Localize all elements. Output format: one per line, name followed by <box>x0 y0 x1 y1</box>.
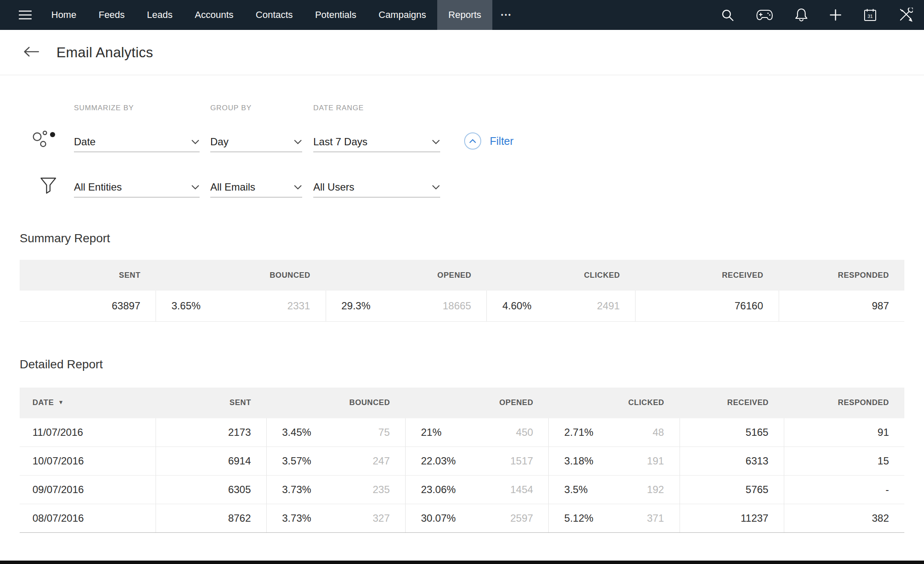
nav-item-accounts[interactable]: Accounts <box>184 0 245 30</box>
percent-value: 3.73% <box>282 484 311 496</box>
hamburger-menu-icon[interactable] <box>0 0 40 30</box>
dropdown-value: Last 7 Days <box>313 136 368 148</box>
bounced-cell: 3.45%75 <box>267 418 406 447</box>
emails-dropdown[interactable]: All Emails <box>210 177 302 197</box>
percent-value: 23.06% <box>421 484 456 496</box>
count-value: 2597 <box>510 512 533 524</box>
date-cell: 08/07/2016 <box>20 504 156 533</box>
plus-icon[interactable] <box>829 9 842 21</box>
nav-item-campaigns[interactable]: Campaigns <box>368 0 437 30</box>
sort-descending-icon: ▼ <box>58 399 64 405</box>
svg-text:31: 31 <box>868 14 873 19</box>
percent-value: 29.3% <box>341 300 371 312</box>
percent-value: 3.18% <box>564 455 593 467</box>
nav-item-feeds[interactable]: Feeds <box>88 0 136 30</box>
dropdown-value: All Entities <box>74 181 122 193</box>
percent-value: 22.03% <box>421 455 456 467</box>
group-by-dropdown[interactable]: Day <box>210 132 302 152</box>
clicked-value: 4.60% 2491 <box>487 291 636 321</box>
received-cell: 6313 <box>680 447 784 476</box>
received-cell: 5165 <box>680 418 784 447</box>
count-value: 1517 <box>510 455 533 467</box>
bubble-chart-icon <box>32 128 59 150</box>
detailed-report-title: Detailed Report <box>20 358 924 371</box>
count-value: 1454 <box>510 484 533 496</box>
column-header-bounced: BOUNCED <box>156 260 326 291</box>
tools-icon[interactable] <box>898 8 913 22</box>
nav-item-leads[interactable]: Leads <box>136 0 184 30</box>
nav-item-potentials[interactable]: Potentials <box>304 0 368 30</box>
count-value: 450 <box>516 426 533 438</box>
count-value: 48 <box>653 426 664 438</box>
bounced-cell: 3.73%235 <box>267 476 406 504</box>
nav-item-reports[interactable]: Reports <box>437 0 492 30</box>
count-value: 2491 <box>597 300 620 312</box>
filters-panel: SUMMARIZE BY GROUP BY DATE RANGE Date Da… <box>0 75 924 220</box>
summary-row: 63897 3.65% 2331 29.3% 18665 4.60% <box>20 291 904 321</box>
sent-cell: 8762 <box>156 504 267 533</box>
date-range-dropdown[interactable]: Last 7 Days <box>313 132 440 152</box>
detailed-table-body: 11/07/201621733.45%7521%4502.71%48516591… <box>20 418 904 533</box>
table-row: 08/07/201687623.73%32730.07%25975.12%371… <box>20 504 904 533</box>
search-icon[interactable] <box>721 8 734 22</box>
chevron-down-icon <box>191 185 200 190</box>
responded-cell: 91 <box>784 418 904 447</box>
bounced-cell: 3.73%327 <box>267 504 406 533</box>
table-row: 11/07/201621733.45%7521%4502.71%48516591 <box>20 418 904 447</box>
back-arrow-button[interactable] <box>22 46 40 59</box>
percent-value: 2.71% <box>564 426 593 438</box>
filter-link[interactable]: Filter <box>490 135 514 147</box>
received-value: 76160 <box>636 291 779 321</box>
responded-value: 987 <box>779 291 904 321</box>
column-header-responded[interactable]: RESPONDED <box>784 388 904 418</box>
dropdown-value: Day <box>210 136 229 148</box>
gamepad-icon[interactable] <box>756 9 774 21</box>
bell-icon[interactable] <box>795 8 808 22</box>
column-header-date[interactable]: DATE▼ <box>20 388 156 418</box>
date-cell: 11/07/2016 <box>20 418 156 447</box>
detailed-table: DATE▼ SENT BOUNCED OPENED CLICKED RECEIV… <box>20 388 904 533</box>
bounced-value: 3.65% 2331 <box>156 291 326 321</box>
opened-cell: 22.03%1517 <box>406 447 549 476</box>
responded-cell: 382 <box>784 504 904 533</box>
dropdown-value: All Emails <box>210 181 255 193</box>
column-header-opened[interactable]: OPENED <box>406 388 549 418</box>
count-value: 192 <box>647 484 664 496</box>
opened-cell: 21%450 <box>406 418 549 447</box>
page-title: Email Analytics <box>56 44 153 61</box>
count-value: 2331 <box>287 300 310 312</box>
chevron-down-icon <box>294 139 302 144</box>
column-header-received[interactable]: RECEIVED <box>680 388 784 418</box>
nav-more-button[interactable]: ••• <box>492 0 521 30</box>
sent-cell: 6914 <box>156 447 267 476</box>
responded-cell: - <box>784 476 904 504</box>
summarize-by-dropdown[interactable]: Date <box>74 132 200 152</box>
nav-item-home[interactable]: Home <box>40 0 88 30</box>
entities-dropdown[interactable]: All Entities <box>74 177 200 197</box>
column-header-opened: OPENED <box>326 260 487 291</box>
users-dropdown[interactable]: All Users <box>313 177 440 197</box>
calendar-icon[interactable]: 31 <box>863 8 877 22</box>
column-header-clicked[interactable]: CLICKED <box>549 388 680 418</box>
chevron-down-icon <box>432 139 440 144</box>
sent-cell: 6305 <box>156 476 267 504</box>
column-header-bounced[interactable]: BOUNCED <box>267 388 406 418</box>
group-by-label: GROUP BY <box>210 104 252 112</box>
window-bottom-edge <box>0 561 924 564</box>
responded-cell: 15 <box>784 447 904 476</box>
count-value: 327 <box>373 512 390 524</box>
percent-value: 3.5% <box>564 484 588 496</box>
count-value: 75 <box>378 426 390 438</box>
summary-table: SENT BOUNCED OPENED CLICKED RECEIVED RES… <box>20 260 904 322</box>
count-value: 191 <box>647 455 664 467</box>
column-header-sent[interactable]: SENT <box>156 388 267 418</box>
percent-value: 3.45% <box>282 426 311 438</box>
bounced-cell: 3.57%247 <box>267 447 406 476</box>
percent-value: 5.12% <box>564 512 593 524</box>
nav-item-contacts[interactable]: Contacts <box>244 0 304 30</box>
opened-cell: 30.07%2597 <box>406 504 549 533</box>
percent-value: 4.60% <box>502 300 531 312</box>
filter-collapse-button[interactable] <box>464 132 481 150</box>
dropdown-value: Date <box>74 136 96 148</box>
opened-cell: 23.06%1454 <box>406 476 549 504</box>
